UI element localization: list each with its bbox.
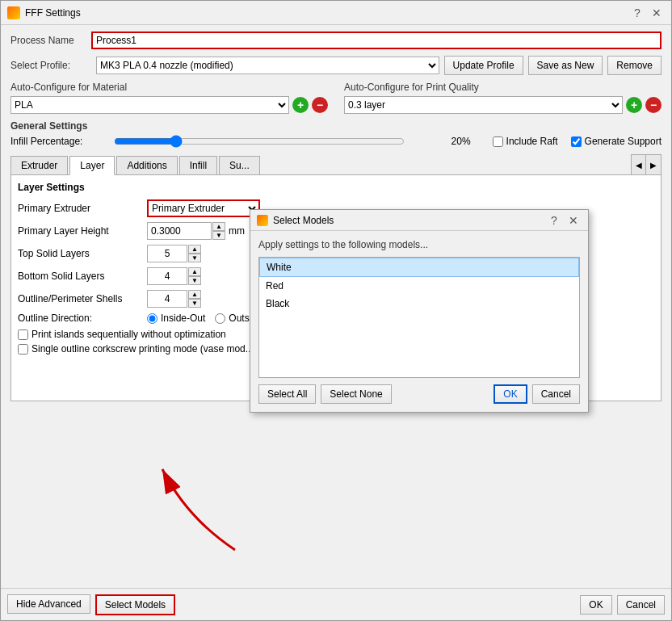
- generate-support-group: Generate Support: [571, 136, 662, 147]
- quality-select[interactable]: 0.3 layer: [344, 96, 623, 114]
- print-islands-checkbox[interactable]: [18, 329, 28, 340]
- save-as-new-button[interactable]: Save as New: [528, 56, 603, 75]
- title-bar-controls: ? ✕: [629, 5, 665, 21]
- top-solid-up-button[interactable]: ▲: [188, 245, 201, 254]
- infill-slider[interactable]: [114, 135, 405, 148]
- profile-label: Select Profile:: [10, 60, 91, 71]
- modal-title: Select Models: [273, 215, 546, 226]
- tab-layer[interactable]: Layer: [69, 156, 115, 175]
- outline-perimeter-down-button[interactable]: ▼: [188, 299, 201, 308]
- auto-configure-material-row: PLA + −: [10, 96, 328, 114]
- include-raft-group: Include Raft: [493, 136, 558, 147]
- layer-height-down-button[interactable]: ▼: [212, 231, 225, 240]
- help-button[interactable]: ?: [629, 5, 645, 21]
- tab-su[interactable]: Su...: [219, 156, 260, 174]
- primary-layer-height-input[interactable]: [147, 222, 212, 240]
- top-solid-layers-label: Top Solid Layers: [18, 248, 147, 259]
- process-name-input[interactable]: [91, 31, 662, 49]
- process-name-label: Process Name: [10, 35, 91, 46]
- bottom-solid-layers-spin: ▲ ▼: [147, 267, 201, 285]
- print-islands-label: Print islands sequentially without optim…: [32, 329, 226, 340]
- nav-left-button[interactable]: ◀: [632, 155, 646, 174]
- bottom-bar: Hide Advanced Select Models OK Cancel: [1, 588, 671, 620]
- profile-row: Select Profile: MK3 PLA 0.4 nozzle (modi…: [10, 56, 662, 75]
- window-title: FFF Settings: [25, 7, 629, 19]
- outline-direction-label: Outline Direction:: [18, 313, 147, 324]
- infill-row: Infill Percentage: 20% Include Raft Gene…: [10, 135, 662, 148]
- model-item-red[interactable]: Red: [259, 277, 579, 295]
- infill-label: Infill Percentage:: [10, 136, 107, 147]
- nav-right-button[interactable]: ▶: [646, 155, 661, 174]
- close-button[interactable]: ✕: [649, 5, 665, 21]
- primary-layer-height-label: Primary Layer Height: [18, 225, 147, 237]
- select-none-button[interactable]: Select None: [321, 384, 391, 404]
- bottom-solid-layers-label: Bottom Solid Layers: [18, 271, 147, 282]
- remove-quality-button[interactable]: −: [645, 97, 662, 113]
- tab-infill[interactable]: Infill: [179, 156, 217, 174]
- remove-material-button[interactable]: −: [312, 97, 328, 113]
- model-item-black[interactable]: Black: [259, 295, 579, 313]
- modal-ok-button[interactable]: OK: [494, 384, 527, 404]
- primary-extruder-select[interactable]: Primary Extruder: [147, 199, 260, 217]
- modal-icon: [257, 215, 268, 226]
- profile-select[interactable]: MK3 PLA 0.4 nozzle (modified): [96, 57, 439, 74]
- outline-perimeter-spin: ▲ ▼: [147, 290, 201, 308]
- auto-configure-section: Auto-Configure for Material PLA + − Auto…: [10, 82, 662, 114]
- modal-description: Apply settings to the following models..…: [258, 239, 580, 250]
- modal-title-bar: Select Models ? ✕: [250, 210, 588, 231]
- add-material-button[interactable]: +: [292, 97, 309, 113]
- outside-in-radio[interactable]: [215, 313, 225, 324]
- auto-configure-quality-label: Auto-Configure for Print Quality: [344, 82, 662, 93]
- top-solid-spin-buttons: ▲ ▼: [188, 245, 201, 262]
- bottom-solid-layers-input[interactable]: [147, 267, 187, 285]
- nav-arrows: ◀ ▶: [631, 154, 662, 175]
- app-icon: [7, 6, 20, 19]
- model-item-white[interactable]: White: [259, 258, 579, 277]
- bottom-solid-up-button[interactable]: ▲: [188, 267, 201, 276]
- layer-height-up-button[interactable]: ▲: [212, 222, 225, 231]
- remove-button[interactable]: Remove: [607, 56, 662, 75]
- add-quality-button[interactable]: +: [626, 97, 642, 113]
- auto-configure-material-group: Auto-Configure for Material PLA + −: [10, 82, 328, 114]
- inside-out-radio[interactable]: [147, 313, 158, 324]
- bottom-solid-down-button[interactable]: ▼: [188, 276, 201, 285]
- main-window: FFF Settings ? ✕ Process Name Select Pro…: [0, 0, 672, 621]
- tab-bar: Extruder Layer Additions Infill Su...: [10, 156, 262, 175]
- outline-perimeter-up-button[interactable]: ▲: [188, 290, 201, 299]
- hide-advanced-button[interactable]: Hide Advanced: [7, 594, 90, 614]
- top-solid-layers-input[interactable]: [147, 245, 187, 262]
- modal-help-button[interactable]: ?: [546, 212, 562, 229]
- generate-support-checkbox[interactable]: [571, 136, 582, 147]
- cancel-button[interactable]: Cancel: [617, 595, 665, 615]
- modal-cancel-button[interactable]: Cancel: [532, 384, 580, 404]
- arrow-annotation: [122, 453, 267, 558]
- include-raft-checkbox[interactable]: [493, 136, 503, 147]
- infill-percent: 20%: [452, 136, 480, 147]
- modal-ok-cancel-buttons: OK Cancel: [494, 384, 580, 404]
- select-all-button[interactable]: Select All: [258, 384, 316, 404]
- modal-close-button[interactable]: ✕: [565, 212, 582, 229]
- modal-select-buttons: Select All Select None: [258, 384, 392, 404]
- general-settings: General Settings Infill Percentage: 20% …: [10, 120, 662, 148]
- outline-perimeter-input[interactable]: [147, 290, 187, 308]
- select-models-button[interactable]: Select Models: [95, 594, 175, 615]
- single-outline-checkbox[interactable]: [18, 344, 28, 355]
- outline-perimeter-spin-buttons: ▲ ▼: [188, 290, 201, 308]
- tab-extruder[interactable]: Extruder: [10, 156, 68, 174]
- outline-perimeter-label: Outline/Perimeter Shells: [18, 293, 147, 304]
- layer-settings-title: Layer Settings: [18, 182, 654, 193]
- auto-configure-material-label: Auto-Configure for Material: [10, 82, 328, 93]
- process-name-row: Process Name: [10, 31, 662, 49]
- top-solid-layers-spin: ▲ ▼: [147, 245, 201, 262]
- update-profile-button[interactable]: Update Profile: [444, 56, 523, 75]
- include-raft-label: Include Raft: [506, 136, 558, 147]
- bottom-left: Hide Advanced Select Models: [7, 594, 175, 615]
- ok-button[interactable]: OK: [580, 595, 611, 615]
- bottom-right: OK Cancel: [580, 595, 665, 615]
- top-solid-down-button[interactable]: ▼: [188, 254, 201, 262]
- material-select[interactable]: PLA: [10, 96, 289, 114]
- bottom-solid-spin-buttons: ▲ ▼: [188, 267, 201, 285]
- model-list: White Red Black: [258, 257, 580, 378]
- tabs-area: Extruder Layer Additions Infill Su... ◀ …: [10, 154, 662, 175]
- tab-additions[interactable]: Additions: [116, 156, 177, 174]
